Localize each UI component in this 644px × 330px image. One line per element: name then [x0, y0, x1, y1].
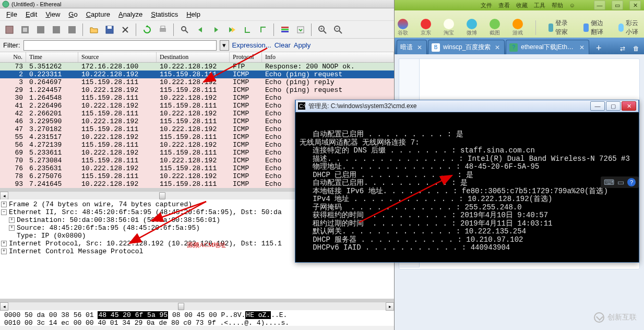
- find-button[interactable]: [177, 22, 192, 37]
- taskbar-notif-area[interactable]: ⌨ ▭ ?: [601, 176, 639, 188]
- expression-link[interactable]: Expression...: [232, 41, 271, 49]
- expand-icon[interactable]: +: [1, 249, 7, 254]
- tree-type[interactable]: Type: IP (0x0800): [17, 232, 86, 240]
- tree-ip[interactable]: Internet Protocol, Src: 10.222.128.192 (…: [9, 240, 282, 248]
- stop-capture-button[interactable]: [49, 22, 64, 37]
- menu-file[interactable]: File: [2, 9, 21, 19]
- scroll-left[interactable]: ◂: [0, 192, 8, 200]
- expand-icon[interactable]: +: [9, 225, 15, 231]
- menu-help[interactable]: Help: [182, 9, 205, 19]
- menu-edit[interactable]: Edit: [21, 9, 41, 19]
- quick-jd[interactable]: 京东: [421, 19, 431, 37]
- colorize-button[interactable]: [278, 22, 292, 37]
- filter-dropdown[interactable]: ▾: [220, 40, 229, 51]
- menu-view[interactable]: View: [41, 9, 64, 19]
- side-translate-link[interactable]: 侧边翻译: [583, 19, 606, 37]
- keyboard-icon[interactable]: ⌨: [604, 178, 614, 186]
- forward-button[interactable]: [209, 22, 223, 37]
- minimize-button[interactable]: —: [594, 1, 605, 10]
- apply-link[interactable]: Apply: [294, 41, 311, 49]
- expand-icon[interactable]: +: [9, 217, 15, 223]
- tab-sync-icon[interactable]: ⇄: [617, 43, 628, 54]
- reload-button[interactable]: [140, 22, 154, 37]
- tab-1[interactable]: 暗遗 ✕: [397, 40, 427, 54]
- scroll-left[interactable]: ◂: [0, 302, 8, 311]
- col-time[interactable]: Time: [26, 52, 78, 62]
- expand-icon[interactable]: +: [1, 241, 7, 246]
- tab-3[interactable]: ? ethereal下载|Ethere ✕: [506, 40, 589, 54]
- expand-icon[interactable]: +: [1, 202, 7, 207]
- print-button[interactable]: [156, 22, 170, 37]
- feedback-icon[interactable]: ☺: [569, 2, 575, 8]
- col-source[interactable]: Source: [78, 52, 157, 62]
- scroll-right[interactable]: ▸: [386, 302, 394, 311]
- packet-row[interactable]: 20.22331110.222.128.192115.159.28.111ICM…: [0, 70, 394, 78]
- help-icon[interactable]: ?: [627, 178, 636, 186]
- col-no[interactable]: No.: [0, 52, 26, 62]
- tab-trash-icon[interactable]: 🗑: [630, 43, 642, 54]
- menu-capture[interactable]: Capture: [82, 9, 114, 19]
- zoom-in-button[interactable]: [315, 22, 330, 37]
- goto-last-button[interactable]: [256, 22, 270, 37]
- cmd-output[interactable]: 自动配置已启用 . . . . . . . . . : 是无线局域网适配器 无线…: [295, 112, 639, 262]
- browser-titlebar[interactable]: 文件 查看 收藏 工具 帮助 ☺ — ▭ ✕: [395, 0, 644, 10]
- menu-statistics[interactable]: Statistics: [147, 9, 182, 19]
- browser-menu-tool[interactable]: 工具: [534, 2, 545, 9]
- packet-row[interactable]: 735.351262172.16.228.10010.222.128.192FT…: [0, 63, 394, 70]
- quick-game[interactable]: 游戏: [512, 19, 523, 37]
- capture-options-button[interactable]: [18, 22, 32, 37]
- packet-row[interactable]: 291.22445710.222.128.192115.159.28.111IC…: [0, 86, 394, 94]
- zoom-out-button[interactable]: [331, 22, 345, 37]
- quick-google[interactable]: 谷歌: [398, 19, 408, 37]
- menu-analyze[interactable]: Analyze: [114, 9, 147, 19]
- display-icon[interactable]: ▭: [617, 178, 624, 186]
- login-manager-link[interactable]: 登录管家: [548, 19, 571, 37]
- minimize-button[interactable]: —: [590, 101, 605, 111]
- browser-menu-file[interactable]: 文件: [481, 2, 492, 9]
- autoscroll-button[interactable]: [293, 22, 308, 37]
- maximize-button[interactable]: ▢: [606, 101, 621, 111]
- browser-menu-fav[interactable]: 收藏: [516, 2, 528, 9]
- tab-close-icon[interactable]: ✕: [494, 44, 501, 51]
- save-button[interactable]: [102, 22, 117, 37]
- filter-input[interactable]: [23, 40, 217, 51]
- quick-taobao[interactable]: 淘宝: [444, 19, 454, 37]
- close-button[interactable]: ✕: [622, 101, 636, 111]
- ethereal-titlebar[interactable]: (Untitled) - Ethereal: [0, 0, 394, 8]
- back-button[interactable]: [193, 22, 208, 37]
- tab-2[interactable]: B winscp_百度搜索 ✕: [428, 40, 505, 54]
- quick-weibo[interactable]: 微博: [467, 19, 477, 37]
- clear-link[interactable]: Clear: [275, 41, 291, 49]
- browser-menu-view[interactable]: 查看: [498, 2, 510, 9]
- tree-scrollbar[interactable]: ◂ ▸: [0, 302, 394, 310]
- caiyun-link[interactable]: 彩云小译: [618, 19, 641, 37]
- restore-button[interactable]: ▭: [612, 1, 623, 10]
- packet-row[interactable]: 30.264697115.159.28.11110.222.128.192ICM…: [0, 78, 394, 86]
- tree-icmp[interactable]: Internet Control Message Protocol: [9, 248, 143, 255]
- menu-go[interactable]: Go: [64, 9, 81, 19]
- tree-frame[interactable]: Frame 2 (74 bytes on wire, 74 bytes capt…: [9, 201, 192, 208]
- col-info[interactable]: Info: [262, 52, 394, 62]
- tree-src[interactable]: Source: 48:45:20:6f:5a:95 (48:45:20:6f:5…: [17, 224, 200, 232]
- restart-capture-button[interactable]: [65, 22, 79, 37]
- cmd-titlebar[interactable]: C:\ 管理员: C:\windows\system32\cmd.exe — ▢…: [295, 100, 639, 112]
- tab-close-icon[interactable]: ✕: [416, 44, 423, 51]
- browser-menu-help[interactable]: 帮助: [552, 2, 563, 9]
- svg-line-24: [324, 31, 326, 33]
- open-button[interactable]: [87, 22, 101, 37]
- tree-ethernet[interactable]: Ethernet II, Src: 48:45:20:6f:5a:95 (48:…: [9, 208, 282, 216]
- close-button[interactable]: ✕: [629, 1, 641, 10]
- new-tab-button[interactable]: +: [592, 42, 605, 54]
- col-protocol[interactable]: Protocol: [230, 52, 262, 62]
- collapse-icon[interactable]: −: [1, 209, 7, 215]
- col-destination[interactable]: Destination: [157, 52, 230, 62]
- tree-dst[interactable]: Destination: 50:da:00:38:56:01 (50:da:00…: [17, 216, 220, 224]
- close-button[interactable]: [118, 22, 133, 37]
- goto-button[interactable]: [224, 22, 239, 37]
- list-interfaces-button[interactable]: [2, 22, 17, 37]
- hex-view[interactable]: 0000 50 da 00 38 56 01 48 45 20 6f 5a 95…: [0, 310, 394, 326]
- start-capture-button[interactable]: [33, 22, 48, 37]
- quick-screenshot[interactable]: 截图: [490, 19, 500, 37]
- goto-first-button[interactable]: [240, 22, 255, 37]
- tab-close-icon[interactable]: ✕: [578, 44, 586, 51]
